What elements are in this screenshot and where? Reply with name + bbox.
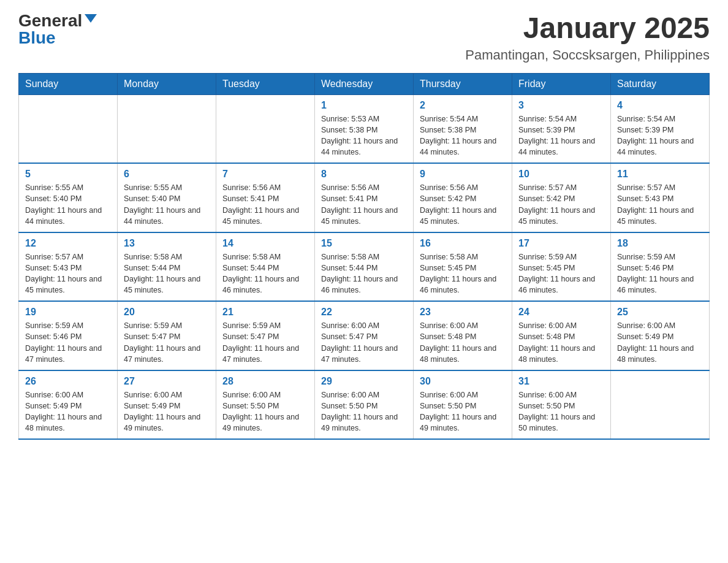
- day-info: Sunrise: 6:00 AMSunset: 5:50 PMDaylight:…: [222, 389, 308, 434]
- calendar-cell: 18Sunrise: 5:59 AMSunset: 5:46 PMDayligh…: [611, 232, 710, 302]
- calendar-cell: 19Sunrise: 5:59 AMSunset: 5:46 PMDayligh…: [19, 301, 118, 370]
- day-info: Sunrise: 6:00 AMSunset: 5:49 PMDaylight:…: [25, 389, 111, 434]
- day-info: Sunrise: 6:00 AMSunset: 5:50 PMDaylight:…: [518, 389, 604, 434]
- day-info: Sunrise: 6:00 AMSunset: 5:50 PMDaylight:…: [420, 389, 506, 434]
- day-number: 30: [420, 376, 506, 387]
- page-title: January 2025: [465, 12, 710, 45]
- day-number: 2: [420, 100, 506, 111]
- calendar-header: SundayMondayTuesdayWednesdayThursdayFrid…: [19, 73, 710, 94]
- calendar-cell: 21Sunrise: 5:59 AMSunset: 5:47 PMDayligh…: [216, 301, 315, 370]
- calendar-cell: [19, 94, 118, 163]
- day-number: 12: [25, 238, 111, 249]
- calendar-cell: 28Sunrise: 6:00 AMSunset: 5:50 PMDayligh…: [216, 370, 315, 440]
- calendar-cell: 27Sunrise: 6:00 AMSunset: 5:49 PMDayligh…: [118, 370, 216, 440]
- calendar-week-row: 1Sunrise: 5:53 AMSunset: 5:38 PMDaylight…: [19, 94, 710, 163]
- day-number: 7: [222, 169, 308, 180]
- day-number: 3: [518, 100, 604, 111]
- day-number: 1: [321, 100, 407, 111]
- day-number: 26: [25, 376, 111, 387]
- calendar-cell: 11Sunrise: 5:57 AMSunset: 5:43 PMDayligh…: [611, 163, 710, 232]
- day-info: Sunrise: 5:53 AMSunset: 5:38 PMDaylight:…: [321, 113, 407, 158]
- day-number: 19: [25, 307, 111, 318]
- day-number: 24: [518, 307, 604, 318]
- calendar-cell: 1Sunrise: 5:53 AMSunset: 5:38 PMDaylight…: [315, 94, 414, 163]
- calendar-cell: 3Sunrise: 5:54 AMSunset: 5:39 PMDaylight…: [512, 94, 611, 163]
- day-info: Sunrise: 5:58 AMSunset: 5:45 PMDaylight:…: [420, 251, 506, 296]
- calendar-week-row: 12Sunrise: 5:57 AMSunset: 5:43 PMDayligh…: [19, 232, 710, 302]
- day-number: 14: [222, 238, 308, 249]
- calendar-week-row: 5Sunrise: 5:55 AMSunset: 5:40 PMDaylight…: [19, 163, 710, 232]
- calendar-cell: 24Sunrise: 6:00 AMSunset: 5:48 PMDayligh…: [512, 301, 611, 370]
- weekday-header-thursday: Thursday: [414, 73, 512, 94]
- day-number: 17: [518, 238, 604, 249]
- calendar-cell: 12Sunrise: 5:57 AMSunset: 5:43 PMDayligh…: [19, 232, 118, 302]
- calendar-cell: 4Sunrise: 5:54 AMSunset: 5:39 PMDaylight…: [611, 94, 710, 163]
- calendar-cell: 14Sunrise: 5:58 AMSunset: 5:44 PMDayligh…: [216, 232, 315, 302]
- day-number: 27: [124, 376, 210, 387]
- calendar-cell: 6Sunrise: 5:55 AMSunset: 5:40 PMDaylight…: [118, 163, 216, 232]
- weekday-header-wednesday: Wednesday: [315, 73, 414, 94]
- calendar-cell: 30Sunrise: 6:00 AMSunset: 5:50 PMDayligh…: [414, 370, 512, 440]
- day-info: Sunrise: 5:57 AMSunset: 5:43 PMDaylight:…: [617, 182, 703, 227]
- calendar-cell: 8Sunrise: 5:56 AMSunset: 5:41 PMDaylight…: [315, 163, 414, 232]
- day-info: Sunrise: 5:58 AMSunset: 5:44 PMDaylight:…: [321, 251, 407, 296]
- calendar-table: SundayMondayTuesdayWednesdayThursdayFrid…: [18, 73, 710, 440]
- day-info: Sunrise: 5:59 AMSunset: 5:47 PMDaylight:…: [222, 320, 308, 365]
- day-info: Sunrise: 5:56 AMSunset: 5:42 PMDaylight:…: [420, 182, 506, 227]
- logo-blue: Blue: [18, 29, 56, 47]
- calendar-cell: 2Sunrise: 5:54 AMSunset: 5:38 PMDaylight…: [414, 94, 512, 163]
- day-number: 13: [124, 238, 210, 249]
- day-info: Sunrise: 6:00 AMSunset: 5:50 PMDaylight:…: [321, 389, 407, 434]
- day-info: Sunrise: 5:59 AMSunset: 5:46 PMDaylight:…: [25, 320, 111, 365]
- calendar-cell: 17Sunrise: 5:59 AMSunset: 5:45 PMDayligh…: [512, 232, 611, 302]
- day-number: 9: [420, 169, 506, 180]
- calendar-week-row: 26Sunrise: 6:00 AMSunset: 5:49 PMDayligh…: [19, 370, 710, 440]
- day-number: 8: [321, 169, 407, 180]
- calendar-cell: 20Sunrise: 5:59 AMSunset: 5:47 PMDayligh…: [118, 301, 216, 370]
- weekday-header-friday: Friday: [512, 73, 611, 94]
- calendar-cell: 29Sunrise: 6:00 AMSunset: 5:50 PMDayligh…: [315, 370, 414, 440]
- day-info: Sunrise: 6:00 AMSunset: 5:48 PMDaylight:…: [420, 320, 506, 365]
- day-info: Sunrise: 6:00 AMSunset: 5:49 PMDaylight:…: [617, 320, 703, 365]
- day-number: 5: [25, 169, 111, 180]
- day-number: 4: [617, 100, 703, 111]
- day-info: Sunrise: 5:58 AMSunset: 5:44 PMDaylight:…: [124, 251, 210, 296]
- calendar-cell: 23Sunrise: 6:00 AMSunset: 5:48 PMDayligh…: [414, 301, 512, 370]
- title-block: January 2025 Pamantingan, Soccsksargen, …: [465, 12, 710, 63]
- day-number: 22: [321, 307, 407, 318]
- logo-triangle-icon: [85, 14, 97, 23]
- day-info: Sunrise: 5:56 AMSunset: 5:41 PMDaylight:…: [222, 182, 308, 227]
- day-number: 28: [222, 376, 308, 387]
- day-number: 20: [124, 307, 210, 318]
- logo-general: General: [18, 12, 82, 29]
- day-number: 10: [518, 169, 604, 180]
- calendar-cell: 9Sunrise: 5:56 AMSunset: 5:42 PMDaylight…: [414, 163, 512, 232]
- day-info: Sunrise: 5:55 AMSunset: 5:40 PMDaylight:…: [124, 182, 210, 227]
- calendar-cell: [118, 94, 216, 163]
- calendar-cell: 5Sunrise: 5:55 AMSunset: 5:40 PMDaylight…: [19, 163, 118, 232]
- day-number: 23: [420, 307, 506, 318]
- day-number: 31: [518, 376, 604, 387]
- weekday-header-row: SundayMondayTuesdayWednesdayThursdayFrid…: [19, 73, 710, 94]
- calendar-cell: [216, 94, 315, 163]
- day-number: 16: [420, 238, 506, 249]
- day-info: Sunrise: 5:59 AMSunset: 5:47 PMDaylight:…: [124, 320, 210, 365]
- calendar-cell: 26Sunrise: 6:00 AMSunset: 5:49 PMDayligh…: [19, 370, 118, 440]
- weekday-header-monday: Monday: [118, 73, 216, 94]
- calendar-cell: [611, 370, 710, 440]
- day-info: Sunrise: 6:00 AMSunset: 5:48 PMDaylight:…: [518, 320, 604, 365]
- day-number: 11: [617, 169, 703, 180]
- day-info: Sunrise: 5:56 AMSunset: 5:41 PMDaylight:…: [321, 182, 407, 227]
- day-number: 18: [617, 238, 703, 249]
- day-info: Sunrise: 6:00 AMSunset: 5:49 PMDaylight:…: [124, 389, 210, 434]
- calendar-cell: 13Sunrise: 5:58 AMSunset: 5:44 PMDayligh…: [118, 232, 216, 302]
- calendar-cell: 22Sunrise: 6:00 AMSunset: 5:47 PMDayligh…: [315, 301, 414, 370]
- calendar-cell: 7Sunrise: 5:56 AMSunset: 5:41 PMDaylight…: [216, 163, 315, 232]
- calendar-cell: 25Sunrise: 6:00 AMSunset: 5:49 PMDayligh…: [611, 301, 710, 370]
- day-number: 21: [222, 307, 308, 318]
- day-info: Sunrise: 5:57 AMSunset: 5:42 PMDaylight:…: [518, 182, 604, 227]
- day-number: 6: [124, 169, 210, 180]
- day-number: 25: [617, 307, 703, 318]
- calendar-week-row: 19Sunrise: 5:59 AMSunset: 5:46 PMDayligh…: [19, 301, 710, 370]
- day-info: Sunrise: 6:00 AMSunset: 5:47 PMDaylight:…: [321, 320, 407, 365]
